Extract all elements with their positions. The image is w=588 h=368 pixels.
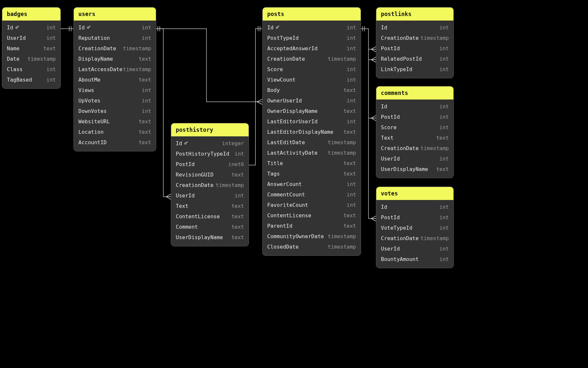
column-name: UpVotes [78, 98, 100, 104]
table-header[interactable]: comments [376, 86, 453, 100]
column-type: int [439, 124, 449, 131]
column-row[interactable]: RevisionGUIDtext [171, 170, 249, 180]
column-row[interactable]: Classint [2, 64, 60, 75]
column-row[interactable]: Idint [2, 23, 60, 33]
table-header[interactable]: votes [376, 187, 453, 200]
table-badges[interactable]: badgesIdintUserIdintNametextDatetimestam… [2, 7, 61, 89]
column-type: text [343, 87, 356, 94]
column-row[interactable]: CreationDatetimestamp [74, 43, 156, 54]
column-row[interactable]: RelatedPostIdint [376, 54, 453, 64]
column-row[interactable]: UpVotesint [74, 96, 156, 106]
table-header[interactable]: postlinks [376, 8, 453, 21]
column-row[interactable]: CreationDatetimestamp [171, 180, 249, 191]
column-row[interactable]: Texttext [171, 201, 249, 211]
table-users[interactable]: usersIdintReputationintCreationDatetimes… [74, 7, 156, 151]
column-row[interactable]: ClosedDatetimestamp [263, 242, 361, 252]
column-row[interactable]: Tagstext [263, 169, 361, 179]
table-posts[interactable]: postsIdintPostTypeIdintAcceptedAnswerIdi… [262, 7, 361, 256]
column-row[interactable]: ParentIdtext [263, 221, 361, 231]
column-row[interactable]: UserIdint [2, 33, 60, 43]
column-row[interactable]: CreationDatetimestamp [376, 233, 453, 244]
column-row[interactable]: PostIdint [376, 212, 453, 223]
column-row[interactable]: LastActivityDatetimestamp [263, 148, 361, 158]
column-name-text: CreationDate [381, 235, 419, 242]
column-row[interactable]: Datetimestamp [2, 54, 60, 64]
table-votes[interactable]: votesIdintPostIdintVoteTypeIdintCreation… [376, 187, 454, 268]
column-row[interactable]: UserDisplayNametext [171, 232, 249, 243]
column-row[interactable]: Reputationint [74, 33, 156, 43]
column-row[interactable]: LastAccessDatetimestamp [74, 64, 156, 75]
column-row[interactable]: Scoreint [376, 122, 453, 133]
column-name-text: Text [176, 203, 188, 209]
column-type: text [231, 172, 244, 178]
column-row[interactable]: Scoreint [263, 64, 361, 75]
column-row[interactable]: LastEditorDisplayNametext [263, 127, 361, 137]
table-header[interactable]: posts [263, 8, 361, 21]
column-row[interactable]: Idinteger [171, 138, 249, 149]
column-row[interactable]: ContentLicensetext [171, 211, 249, 222]
column-row[interactable]: UserIdint [171, 191, 249, 201]
column-row[interactable]: CommentCountint [263, 190, 361, 200]
column-row[interactable]: PostIdint [376, 112, 453, 122]
column-row[interactable]: OwnerUserIdint [263, 96, 361, 106]
column-name-text: FavoriteCount [267, 202, 308, 208]
column-row[interactable]: UserDisplayNametext [376, 164, 453, 175]
column-row[interactable]: VoteTypeIdint [376, 223, 453, 233]
table-posthistory[interactable]: posthistoryIdintegerPostHistoryTypeIdint… [171, 123, 249, 246]
column-row[interactable]: CreationDatetimestamp [263, 54, 361, 64]
column-row[interactable]: BountyAmountint [376, 254, 453, 265]
table-header[interactable]: posthistory [171, 123, 249, 136]
column-type: timestamp [328, 150, 356, 156]
table-body: IdintegerPostHistoryTypeIdintPostIdinet6… [171, 136, 249, 246]
column-row[interactable]: UserIdint [376, 154, 453, 164]
column-name: Id [381, 24, 387, 31]
table-body: IdintPostIdintVoteTypeIdintCreationDatet… [376, 200, 453, 268]
column-row[interactable]: WebsiteURLtext [74, 116, 156, 127]
column-name: Text [176, 203, 188, 209]
column-row[interactable]: DisplayNametext [74, 54, 156, 64]
table-postlinks[interactable]: postlinksIdintCreationDatetimestampPostI… [376, 7, 454, 78]
column-row[interactable]: FavoriteCountint [263, 200, 361, 210]
column-row[interactable]: LinkTypeIdint [376, 64, 453, 75]
column-name: LastEditorDisplayName [267, 129, 333, 135]
table-header[interactable]: badges [2, 8, 60, 21]
column-row[interactable]: LastEditorUserIdint [263, 116, 361, 127]
column-type: text [231, 203, 244, 209]
column-row[interactable]: ContentLicensetext [263, 210, 361, 221]
column-name: Id [381, 204, 387, 210]
column-row[interactable]: Idint [376, 23, 453, 33]
column-row[interactable]: CommunityOwnerDatetimestamp [263, 231, 361, 242]
column-row[interactable]: Nametext [2, 43, 60, 54]
column-row[interactable]: PostTypeIdint [263, 33, 361, 43]
column-row[interactable]: DownVotesint [74, 106, 156, 116]
column-row[interactable]: TagBasedint [2, 75, 60, 85]
column-row[interactable]: CreationDatetimestamp [376, 33, 453, 43]
column-row[interactable]: PostHistoryTypeIdint [171, 149, 249, 159]
column-row[interactable]: PostIdint [376, 43, 453, 54]
column-name-text: Score [381, 124, 397, 131]
column-row[interactable]: Idint [263, 23, 361, 33]
column-row[interactable]: UserIdint [376, 244, 453, 254]
column-row[interactable]: Idint [376, 202, 453, 212]
column-row[interactable]: Texttext [376, 133, 453, 143]
column-row[interactable]: Idint [74, 23, 156, 33]
column-row[interactable]: Bodytext [263, 85, 361, 96]
column-row[interactable]: ViewCountint [263, 75, 361, 85]
column-row[interactable]: Viewsint [74, 85, 156, 96]
column-row[interactable]: CreationDatetimestamp [376, 143, 453, 154]
column-row[interactable]: Idint [376, 101, 453, 112]
column-row[interactable]: AcceptedAnswerIdint [263, 43, 361, 54]
column-name-text: BountyAmount [381, 256, 419, 263]
column-row[interactable]: LastEditDatetimestamp [263, 137, 361, 148]
column-row[interactable]: Locationtext [74, 127, 156, 137]
column-row[interactable]: AnswerCountint [263, 179, 361, 190]
table-header[interactable]: users [74, 8, 156, 21]
column-row[interactable]: Commenttext [171, 222, 249, 232]
column-row[interactable]: OwnerDisplayNametext [263, 106, 361, 116]
column-row[interactable]: AccountIDtext [74, 137, 156, 148]
column-row[interactable]: PostIdinet6 [171, 159, 249, 170]
column-name-text: LastEditorDisplayName [267, 129, 333, 135]
column-row[interactable]: Titletext [263, 158, 361, 169]
table-comments[interactable]: commentsIdintPostIdintScoreintTexttextCr… [376, 86, 454, 178]
column-row[interactable]: AboutMetext [74, 75, 156, 85]
